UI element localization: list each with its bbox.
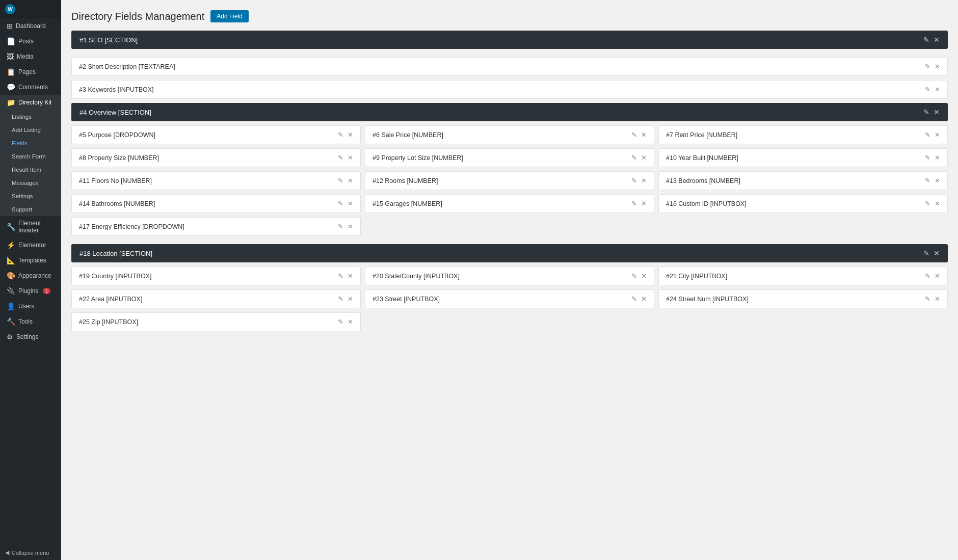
sidebar-item-fields[interactable]: Fields <box>0 137 61 150</box>
location-fields-row1: #19 Country [INPUTBOX] ✎ ✕ #20 State/Cou… <box>71 266 948 285</box>
sidebar-item-search-form[interactable]: Search Form <box>0 150 61 163</box>
section-location-title: #18 Location [SECTION] <box>79 250 152 257</box>
sidebar-item-posts[interactable]: 📄 Posts <box>0 34 61 49</box>
add-field-button[interactable]: Add Field <box>210 10 249 22</box>
field-rooms-edit-icon[interactable]: ✎ <box>631 177 637 184</box>
sidebar-item-tools[interactable]: 🔨 Tools <box>0 314 61 329</box>
field-energy-efficiency-edit-icon[interactable]: ✎ <box>338 223 343 230</box>
sidebar-item-dashboard[interactable]: ⊞ Dashboard <box>0 18 61 34</box>
field-keywords: #3 Keywords [INPUTBOX] ✎ ✕ <box>71 80 948 99</box>
field-zip-close-icon[interactable]: ✕ <box>348 318 353 326</box>
field-state-county-edit-icon[interactable]: ✎ <box>631 272 637 280</box>
sidebar-item-settings-main[interactable]: ⚙ Settings <box>0 329 61 344</box>
section-location-close-icon[interactable]: ✕ <box>934 249 940 257</box>
field-energy-efficiency: #17 Energy Efficiency [DROPDOWN] ✎ ✕ <box>71 217 361 236</box>
field-keywords-edit-icon[interactable]: ✎ <box>925 86 930 93</box>
field-short-description-edit-icon[interactable]: ✎ <box>925 63 930 70</box>
sidebar-item-result-item[interactable]: Result Item <box>0 163 61 176</box>
field-street-num-close-icon[interactable]: ✕ <box>935 295 940 303</box>
sidebar-item-templates[interactable]: 📐 Templates <box>0 253 61 268</box>
field-floors-no-edit-icon[interactable]: ✎ <box>338 177 343 184</box>
field-state-county-close-icon[interactable]: ✕ <box>641 272 647 280</box>
sidebar-item-listings[interactable]: Listings <box>0 110 61 123</box>
field-bedrooms-close-icon[interactable]: ✕ <box>935 177 940 184</box>
field-year-built-edit-icon[interactable]: ✎ <box>925 154 930 162</box>
field-floors-no-close-icon[interactable]: ✕ <box>348 177 353 184</box>
sidebar-item-pages[interactable]: 📋 Pages <box>0 64 61 79</box>
field-garages-edit-icon[interactable]: ✎ <box>631 200 637 207</box>
field-bedrooms-actions: ✎ ✕ <box>925 177 940 184</box>
field-garages-close-icon[interactable]: ✕ <box>641 200 647 207</box>
field-short-description-label: #2 Short Description [TEXTAREA] <box>79 63 175 70</box>
section-seo-edit-icon[interactable]: ✎ <box>923 36 929 44</box>
field-custom-id-close-icon[interactable]: ✕ <box>935 200 940 207</box>
section-overview-close-icon[interactable]: ✕ <box>934 108 940 116</box>
section-seo-close-icon[interactable]: ✕ <box>934 36 940 44</box>
field-rooms-actions: ✎ ✕ <box>631 177 647 184</box>
field-bedrooms-label: #13 Bedrooms [NUMBER] <box>666 177 740 184</box>
field-street-num-edit-icon[interactable]: ✎ <box>925 295 930 303</box>
field-street-edit-icon[interactable]: ✎ <box>631 295 637 303</box>
settings-main-icon: ⚙ <box>7 333 13 341</box>
field-bathrooms-actions: ✎ ✕ <box>338 200 353 207</box>
field-bathrooms-edit-icon[interactable]: ✎ <box>338 200 343 207</box>
collapse-arrow-icon: ◀ <box>5 549 9 556</box>
field-zip-edit-icon[interactable]: ✎ <box>338 318 343 326</box>
sidebar-item-add-listing[interactable]: Add Listing <box>0 123 61 137</box>
field-energy-efficiency-close-icon[interactable]: ✕ <box>348 223 353 230</box>
sidebar-item-label: Media <box>17 53 34 60</box>
comments-icon: 💬 <box>7 83 15 91</box>
field-bedrooms: #13 Bedrooms [NUMBER] ✎ ✕ <box>658 171 948 190</box>
field-purpose-label: #5 Purpose [DROPDOWN] <box>79 131 155 139</box>
field-property-size-close-icon[interactable]: ✕ <box>348 154 353 162</box>
field-short-description: #2 Short Description [TEXTAREA] ✎ ✕ <box>71 57 948 76</box>
field-property-lot-size-edit-icon[interactable]: ✎ <box>631 154 637 162</box>
field-bathrooms-close-icon[interactable]: ✕ <box>348 200 353 207</box>
field-rent-price-label: #7 Rent Price [NUMBER] <box>666 131 737 139</box>
field-short-description-close-icon[interactable]: ✕ <box>935 63 940 70</box>
field-area-close-icon[interactable]: ✕ <box>348 295 353 303</box>
field-rooms-close-icon[interactable]: ✕ <box>641 177 647 184</box>
field-sale-price-close-icon[interactable]: ✕ <box>641 131 647 139</box>
field-city-close-icon[interactable]: ✕ <box>935 272 940 280</box>
field-rent-price-edit-icon[interactable]: ✎ <box>925 131 930 139</box>
sidebar-item-messages[interactable]: Messages <box>0 176 61 190</box>
sidebar-item-media[interactable]: 🖼 Media <box>0 49 61 64</box>
page-header: Directory Fields Management Add Field <box>71 10 948 22</box>
field-property-size-edit-icon[interactable]: ✎ <box>338 154 343 162</box>
sidebar-item-support[interactable]: Support <box>0 203 61 216</box>
sidebar-item-directory-kit[interactable]: 📁 Directory Kit <box>0 95 61 110</box>
field-street-close-icon[interactable]: ✕ <box>641 295 647 303</box>
field-keywords-close-icon[interactable]: ✕ <box>935 86 940 93</box>
field-purpose-edit-icon[interactable]: ✎ <box>338 131 343 139</box>
overview-fields-row3: #11 Floors No [NUMBER] ✎ ✕ #12 Rooms [NU… <box>71 171 948 190</box>
sidebar-item-label: Posts <box>18 38 34 45</box>
section-overview-edit-icon[interactable]: ✎ <box>923 108 929 116</box>
sidebar-item-comments[interactable]: 💬 Comments <box>0 79 61 95</box>
field-purpose-close-icon[interactable]: ✕ <box>348 131 353 139</box>
sidebar-item-settings[interactable]: Settings <box>0 190 61 203</box>
sidebar-item-plugins[interactable]: 🔌 Plugins 1 <box>0 283 61 299</box>
field-year-built-close-icon[interactable]: ✕ <box>935 154 940 162</box>
field-city-edit-icon[interactable]: ✎ <box>925 272 930 280</box>
field-bedrooms-edit-icon[interactable]: ✎ <box>925 177 930 184</box>
field-country-close-icon[interactable]: ✕ <box>348 272 353 280</box>
field-purpose: #5 Purpose [DROPDOWN] ✎ ✕ <box>71 125 361 144</box>
section-seo-actions: ✎ ✕ <box>923 36 940 44</box>
sidebar-item-appearance[interactable]: 🎨 Appearance <box>0 268 61 283</box>
sidebar-item-users[interactable]: 👤 Users <box>0 299 61 314</box>
field-area-edit-icon[interactable]: ✎ <box>338 295 343 303</box>
sidebar-item-element-invader[interactable]: 🔧 Element Invader <box>0 216 61 237</box>
section-seo-title: #1 SEO [SECTION] <box>79 36 138 44</box>
field-custom-id-edit-icon[interactable]: ✎ <box>925 200 930 207</box>
plugins-icon: 🔌 <box>7 287 15 295</box>
field-rent-price-close-icon[interactable]: ✕ <box>935 131 940 139</box>
field-sale-price-edit-icon[interactable]: ✎ <box>631 131 637 139</box>
field-zip-actions: ✎ ✕ <box>338 318 353 326</box>
field-keywords-actions: ✎ ✕ <box>925 86 940 93</box>
field-property-lot-size-close-icon[interactable]: ✕ <box>641 154 647 162</box>
collapse-menu-button[interactable]: ◀ Collapse menu <box>0 545 61 560</box>
field-country-edit-icon[interactable]: ✎ <box>338 272 343 280</box>
section-location-edit-icon[interactable]: ✎ <box>923 249 929 257</box>
sidebar-item-elementor[interactable]: ⚡ Elementor <box>0 237 61 253</box>
